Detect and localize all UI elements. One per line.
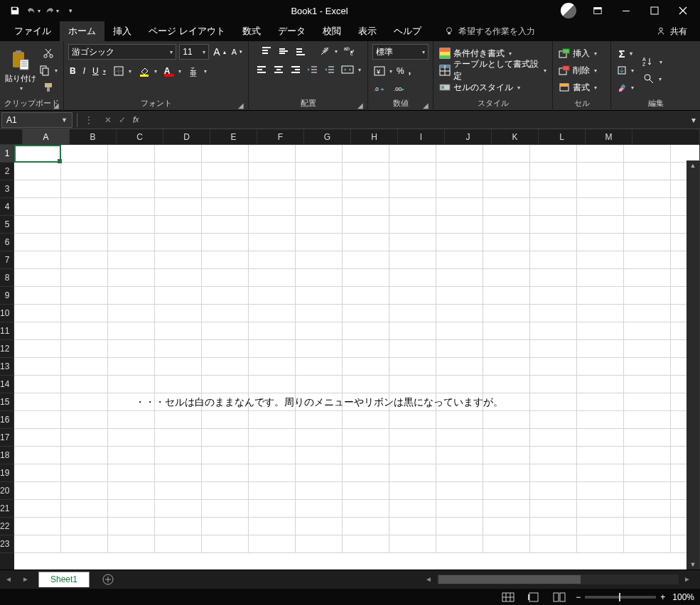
cell[interactable] xyxy=(296,358,343,376)
cell[interactable] xyxy=(61,535,108,553)
cell[interactable] xyxy=(155,411,202,429)
cell[interactable] xyxy=(530,358,577,376)
cell[interactable] xyxy=(389,376,436,393)
cell[interactable] xyxy=(343,322,389,340)
cell[interactable] xyxy=(483,251,530,269)
page-layout-view-icon[interactable] xyxy=(524,591,543,604)
cell[interactable] xyxy=(202,305,249,322)
function-button-sep[interactable]: ⋮ xyxy=(80,115,97,125)
tab-insert[interactable]: 挿入 xyxy=(104,21,140,41)
delete-cells-button[interactable]: 削除▾ xyxy=(557,63,598,77)
cell[interactable] xyxy=(14,145,61,163)
cell[interactable] xyxy=(108,287,155,305)
cell[interactable] xyxy=(530,322,577,340)
cell[interactable] xyxy=(436,180,483,198)
cell[interactable] xyxy=(296,376,343,393)
cell[interactable] xyxy=(530,234,577,251)
cell[interactable] xyxy=(296,447,343,464)
cell[interactable] xyxy=(14,180,61,198)
cell[interactable] xyxy=(155,429,202,447)
cell[interactable] xyxy=(577,305,624,322)
cell[interactable] xyxy=(61,216,108,234)
cell[interactable] xyxy=(577,340,624,358)
row-header[interactable]: 13 xyxy=(0,358,14,376)
cell[interactable] xyxy=(155,358,202,376)
cell[interactable] xyxy=(577,464,624,482)
font-color-icon[interactable]: A▾ xyxy=(163,64,183,78)
col-header[interactable]: M xyxy=(586,129,632,145)
col-header[interactable]: E xyxy=(210,129,257,145)
maximize-icon[interactable] xyxy=(640,0,669,21)
cell[interactable] xyxy=(389,251,436,269)
cell[interactable] xyxy=(202,287,249,305)
cell[interactable] xyxy=(483,305,530,322)
cell[interactable] xyxy=(389,535,436,553)
cell[interactable] xyxy=(61,340,108,358)
orientation-icon[interactable]: ab▾ xyxy=(318,44,339,58)
tab-home[interactable]: ホーム xyxy=(60,21,104,41)
cell[interactable] xyxy=(624,500,671,518)
minimize-icon[interactable] xyxy=(612,0,640,21)
increase-decimal-icon[interactable]: .0 xyxy=(372,82,388,97)
cell[interactable] xyxy=(389,180,436,198)
cell[interactable] xyxy=(530,216,577,234)
cell[interactable] xyxy=(249,198,296,216)
cell[interactable] xyxy=(389,429,436,447)
col-header[interactable]: K xyxy=(492,129,539,145)
cell[interactable] xyxy=(296,535,343,553)
ribbon-display-icon[interactable] xyxy=(583,0,612,21)
phonetic-icon[interactable]: ア亜▾ xyxy=(187,64,208,78)
cell[interactable] xyxy=(530,180,577,198)
cell[interactable] xyxy=(155,464,202,482)
cell[interactable] xyxy=(483,216,530,234)
cell[interactable] xyxy=(624,198,671,216)
vertical-scrollbar[interactable]: ▲ ▼ xyxy=(686,160,699,569)
cell[interactable] xyxy=(389,500,436,518)
autosum-icon[interactable]: Σ▾ xyxy=(615,46,635,60)
horizontal-scrollbar[interactable]: ◄ ► xyxy=(117,574,700,584)
cell[interactable] xyxy=(436,216,483,234)
cell[interactable] xyxy=(343,447,389,464)
cell[interactable] xyxy=(389,447,436,464)
cell[interactable] xyxy=(436,305,483,322)
cell-styles-button[interactable]: セルのスタイル▾ xyxy=(438,80,548,94)
select-all-corner[interactable] xyxy=(0,129,23,145)
cell[interactable] xyxy=(577,447,624,464)
cell[interactable] xyxy=(155,500,202,518)
cell[interactable] xyxy=(343,358,389,376)
cell[interactable] xyxy=(202,429,249,447)
cell[interactable] xyxy=(436,198,483,216)
cell[interactable] xyxy=(436,429,483,447)
cell[interactable] xyxy=(108,305,155,322)
cell[interactable] xyxy=(155,340,202,358)
cell[interactable] xyxy=(155,180,202,198)
cells-area[interactable]: ・・・セルは白のままなんです。周りのメニューやリボンは黒になっていますが。 xyxy=(14,145,699,569)
cell[interactable] xyxy=(249,180,296,198)
cell[interactable] xyxy=(436,482,483,500)
cell[interactable] xyxy=(108,518,155,535)
cell[interactable] xyxy=(436,269,483,287)
cell[interactable] xyxy=(202,340,249,358)
row-header[interactable]: 1 xyxy=(0,145,14,163)
cell[interactable] xyxy=(436,163,483,180)
cell[interactable] xyxy=(202,180,249,198)
cell[interactable] xyxy=(296,198,343,216)
cell[interactable] xyxy=(61,145,108,163)
cell[interactable] xyxy=(61,198,108,216)
cell[interactable] xyxy=(202,535,249,553)
cell[interactable] xyxy=(296,518,343,535)
cell[interactable] xyxy=(155,322,202,340)
cell[interactable] xyxy=(577,518,624,535)
fill-icon[interactable]: ▾ xyxy=(615,63,635,77)
cell[interactable] xyxy=(202,500,249,518)
cell[interactable] xyxy=(389,411,436,429)
cell[interactable] xyxy=(343,518,389,535)
paste-button[interactable]: 貼り付け ▾ xyxy=(4,49,36,92)
zoom-out-icon[interactable]: − xyxy=(576,592,581,602)
cell[interactable] xyxy=(483,269,530,287)
cell[interactable] xyxy=(249,145,296,163)
cell[interactable] xyxy=(108,358,155,376)
row-header[interactable]: 8 xyxy=(0,269,14,287)
cell[interactable] xyxy=(530,198,577,216)
cell[interactable] xyxy=(155,518,202,535)
